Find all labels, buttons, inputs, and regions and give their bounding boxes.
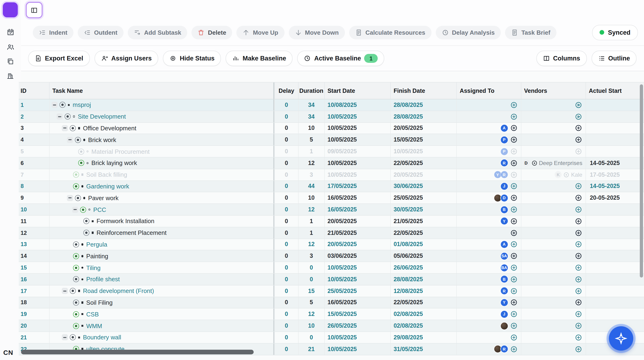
add-vendor-button[interactable] [575, 276, 582, 283]
add-vendor-button[interactable] [575, 218, 582, 225]
add-assignee-button[interactable] [510, 310, 518, 318]
status-icon[interactable] [73, 253, 79, 259]
add-vendor-button[interactable] [575, 148, 582, 155]
finish-date-value[interactable]: 28/08/2025 [391, 276, 423, 283]
add-vendor-button[interactable] [575, 345, 582, 353]
task-name[interactable]: Formwork Installation [97, 218, 154, 225]
column-header-delay[interactable]: Delay [274, 83, 298, 99]
start-date-value[interactable]: 25/05/2025 [325, 288, 357, 294]
start-date-value[interactable]: 16/05/2025 [325, 195, 357, 201]
status-icon[interactable] [80, 207, 86, 213]
horizontal-scrollbar[interactable] [21, 350, 254, 354]
locale-button[interactable]: CN [3, 349, 13, 356]
status-icon[interactable] [78, 160, 84, 166]
assignee-avatar[interactable]: B [500, 206, 508, 214]
indent-button[interactable]: Indent [33, 26, 74, 39]
ai-assistant-fab[interactable] [609, 326, 633, 351]
assignee-avatar[interactable]: R [500, 159, 508, 167]
column-header-assigned-to[interactable]: Assigned To [456, 83, 521, 99]
task-name[interactable]: Office Development [83, 125, 136, 132]
column-header-finish-date[interactable]: Finish Date [390, 83, 456, 99]
finish-date-value[interactable]: 05/06/2025 [391, 253, 423, 259]
task-name[interactable]: Road development (Front) [83, 287, 154, 294]
collapse-button[interactable] [62, 125, 68, 131]
task-name[interactable]: msproj [73, 101, 91, 108]
add-assignee-button[interactable] [510, 194, 518, 202]
add-assignee-button[interactable] [510, 136, 518, 144]
task-row-6[interactable]: 6Brick laying work01210/05/202522/05/202… [19, 157, 644, 169]
start-date-value[interactable]: 10/05/2025 [325, 171, 357, 178]
start-date-value[interactable]: 20/05/2025 [325, 241, 357, 248]
assignee-avatar[interactable]: A [500, 124, 508, 132]
start-date-value[interactable]: 10/05/2025 [325, 113, 357, 120]
assignee-avatar[interactable]: SA [500, 252, 508, 260]
column-header-id[interactable]: ID [19, 83, 49, 99]
start-date-value[interactable]: 03/06/2025 [325, 253, 357, 259]
add-assignee-button[interactable] [510, 334, 518, 341]
add-vendor-button[interactable] [575, 124, 582, 132]
add-assignee-button[interactable] [510, 183, 518, 190]
status-icon[interactable] [75, 137, 81, 143]
column-header-actuel-start[interactable]: Actuel Start [586, 83, 644, 99]
add-assignee-button[interactable] [510, 322, 518, 329]
vendor-chip[interactable]: KKale [554, 171, 582, 178]
export-excel-button[interactable]: Export Excel [28, 51, 90, 66]
assignee-avatar[interactable]: P [500, 147, 508, 155]
finish-date-value[interactable]: 25/05/2025 [391, 195, 423, 201]
task-name[interactable]: Pergula [86, 241, 108, 248]
assignee-avatar[interactable]: R [500, 171, 508, 178]
add-vendor-button[interactable] [575, 194, 582, 202]
task-name[interactable]: PCC [93, 206, 106, 213]
add-vendor-button[interactable] [575, 252, 582, 260]
status-icon[interactable] [70, 334, 76, 340]
vendor-chip[interactable]: DDeep Enterprises [522, 160, 582, 167]
task-name[interactable]: Material Procurement [92, 148, 150, 155]
move-up-button[interactable]: Move Up [236, 26, 284, 39]
status-icon[interactable] [70, 288, 76, 294]
task-row-19[interactable]: 19CSB01215/05/202502/08/2025J [19, 309, 644, 320]
status-icon[interactable] [73, 299, 79, 306]
add-vendor-button[interactable] [575, 241, 582, 248]
finish-date-value[interactable]: 28/08/2025 [391, 113, 423, 120]
add-assignee-button[interactable] [510, 124, 518, 132]
add-vendor-button[interactable] [575, 206, 582, 213]
vendor-play-button[interactable] [575, 113, 582, 120]
assignee-avatar[interactable]: BA [500, 264, 508, 272]
add-assignee-button[interactable] [510, 264, 518, 271]
finish-date-value[interactable]: 22/05/2025 [391, 299, 423, 306]
start-date-value[interactable]: 16/05/2025 [325, 206, 357, 213]
start-date-value[interactable]: 20/05/2025 [325, 218, 357, 225]
start-date-value[interactable]: 09/05/2025 [325, 148, 357, 155]
assignee-avatar[interactable]: R [500, 287, 508, 295]
task-brief-button[interactable]: Task Brief [505, 26, 556, 39]
task-name[interactable]: Paver work [88, 195, 119, 202]
add-assignee-button[interactable] [510, 276, 518, 283]
users-icon[interactable] [6, 42, 15, 52]
add-assignee-button[interactable] [510, 171, 518, 178]
task-name[interactable]: Tiling [86, 264, 100, 271]
finish-date-value[interactable]: 02/08/2025 [391, 311, 423, 317]
add-assignee-button[interactable] [510, 159, 518, 167]
assignee-avatar[interactable]: P [500, 136, 508, 144]
delay-analysis-button[interactable]: Delay Analysis [436, 26, 501, 39]
add-assignee-button[interactable] [510, 287, 518, 295]
status-icon[interactable] [73, 171, 79, 178]
sync-status-badge[interactable]: Synced [592, 25, 638, 40]
calculate-resources-button[interactable]: Calculate Resources [349, 26, 431, 39]
task-name[interactable]: Brick laying work [92, 160, 137, 167]
assign-users-button[interactable]: Assign Users [94, 51, 158, 66]
finish-date-value[interactable]: 29/08/2025 [391, 334, 423, 341]
task-row-2[interactable]: 2Site Development03410/05/202528/08/2025 [19, 111, 644, 123]
collapse-button[interactable] [67, 195, 73, 201]
finish-date-value[interactable]: 20/05/2025 [391, 125, 423, 131]
task-row-1[interactable]: 1msproj03410/08/202528/08/2025 [19, 99, 644, 111]
start-date-value[interactable]: 15/05/2025 [325, 311, 357, 317]
add-vendor-button[interactable] [575, 136, 582, 144]
vendor-play-button[interactable] [575, 101, 582, 109]
finish-date-value[interactable]: 22/05/2025 [391, 230, 423, 236]
start-date-value[interactable]: 10/05/2025 [325, 276, 357, 283]
task-row-20[interactable]: 20WMM01026/05/202502/08/2025 [19, 320, 644, 332]
add-assignee-button[interactable] [510, 241, 518, 248]
add-assignee-button[interactable] [510, 299, 518, 306]
task-row-15[interactable]: 15Tiling0010/05/202526/06/2025BA [19, 262, 644, 274]
